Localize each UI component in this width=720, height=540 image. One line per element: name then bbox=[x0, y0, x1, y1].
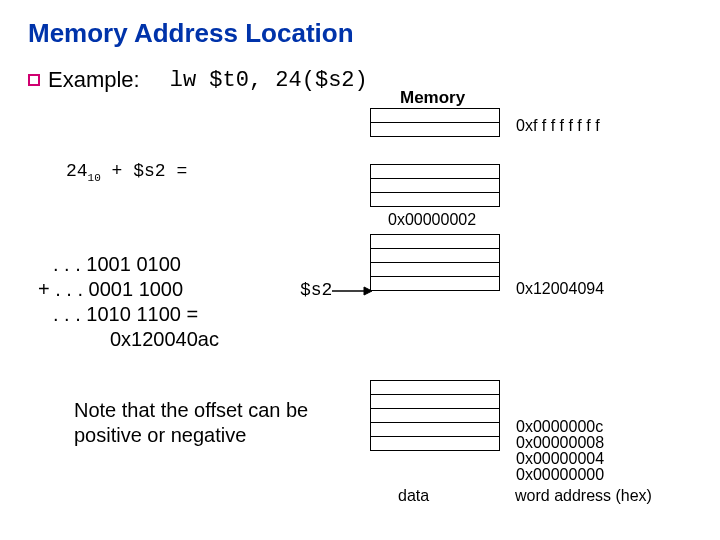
offset-note: Note that the offset can be positive or … bbox=[74, 398, 314, 448]
memory-heading: Memory bbox=[400, 88, 465, 108]
addr-column-label: word address (hex) bbox=[515, 487, 652, 505]
arrow-icon bbox=[332, 286, 372, 296]
binary-addition: . . . 1001 0100 + . . . 0001 1000 . . . … bbox=[38, 252, 219, 352]
data-column-label: data bbox=[398, 487, 429, 505]
mem-cell bbox=[370, 436, 500, 451]
mem-cell bbox=[370, 248, 500, 263]
memory-column bbox=[370, 108, 500, 450]
mem-cell bbox=[370, 422, 500, 437]
mem-cell bbox=[370, 178, 500, 193]
mem-cell bbox=[370, 276, 500, 291]
s2-pointer-label: $s2 bbox=[300, 280, 332, 300]
binary-l4: 0x120040ac bbox=[38, 327, 219, 352]
mem-cell bbox=[370, 380, 500, 395]
svg-marker-1 bbox=[364, 287, 372, 295]
bullet-icon bbox=[28, 74, 40, 86]
instruction-code: lw $t0, 24($s2) bbox=[170, 68, 368, 93]
formula: 2410 + $s2 = bbox=[66, 161, 187, 184]
example-label: Example: bbox=[48, 67, 140, 93]
formula-lhs: 24 bbox=[66, 161, 88, 181]
addr-b0: 0x00000000 bbox=[516, 466, 604, 484]
binary-l3: . . . 1010 1100 = bbox=[38, 302, 219, 327]
addr-top: 0xf f f f f f f f bbox=[516, 117, 600, 135]
mem-cell bbox=[370, 234, 500, 249]
addr-mid1: 0x00000002 bbox=[388, 211, 476, 229]
mem-cell bbox=[370, 408, 500, 423]
mem-cell bbox=[370, 122, 500, 137]
slide-title: Memory Address Location bbox=[28, 18, 692, 49]
mem-cell bbox=[370, 192, 500, 207]
formula-sub: 10 bbox=[88, 172, 101, 184]
mem-cell bbox=[370, 164, 500, 179]
formula-rhs: + $s2 = bbox=[101, 161, 187, 181]
example-row: Example: lw $t0, 24($s2) bbox=[28, 67, 692, 93]
mem-cell bbox=[370, 394, 500, 409]
mem-cell bbox=[370, 108, 500, 123]
binary-l1: . . . 1001 0100 bbox=[38, 252, 219, 277]
addr-s2: 0x12004094 bbox=[516, 280, 604, 298]
mem-cell bbox=[370, 262, 500, 277]
binary-l2: + . . . 0001 1000 bbox=[38, 277, 219, 302]
